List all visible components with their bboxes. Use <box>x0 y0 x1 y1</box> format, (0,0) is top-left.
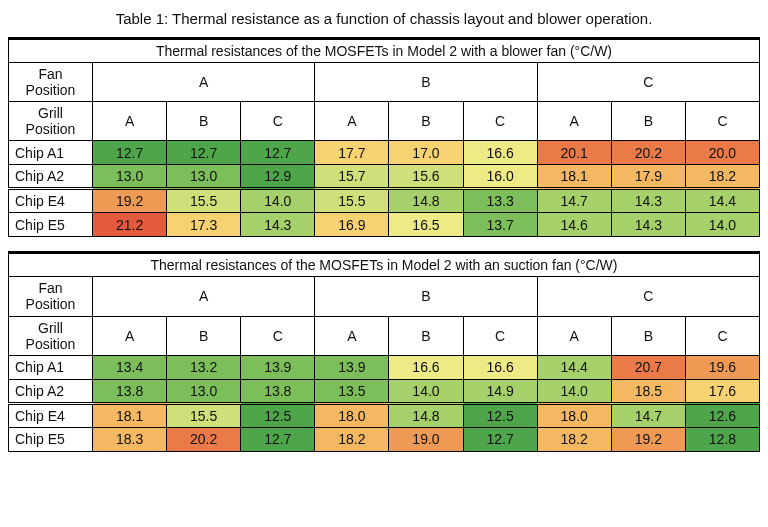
table-row: Chip E419.215.514.015.514.813.314.714.31… <box>9 189 760 213</box>
table-row: Chip E521.217.314.316.916.513.714.614.31… <box>9 213 760 237</box>
thermal-value-cell: 13.0 <box>93 165 167 189</box>
grill-position-label: GrillPosition <box>9 316 93 355</box>
thermal-value-cell: 16.9 <box>315 213 389 237</box>
fan-position-header: B <box>315 277 537 316</box>
table-caption: Table 1: Thermal resistance as a functio… <box>8 10 760 27</box>
fan-position-header: C <box>537 277 759 316</box>
thermal-table-1: Thermal resistances of the MOSFETs in Mo… <box>8 251 760 451</box>
thermal-value-cell: 16.6 <box>463 141 537 165</box>
thermal-value-cell: 16.6 <box>463 355 537 379</box>
thermal-value-cell: 12.5 <box>241 403 315 427</box>
thermal-value-cell: 13.9 <box>315 355 389 379</box>
grill-position-header: B <box>389 102 463 141</box>
thermal-value-cell: 14.4 <box>537 355 611 379</box>
table-row: Chip A112.712.712.717.717.016.620.120.22… <box>9 141 760 165</box>
grill-position-header: B <box>167 102 241 141</box>
fan-position-header: B <box>315 63 537 102</box>
grill-position-header: C <box>463 102 537 141</box>
fan-position-label: FanPosition <box>9 63 93 102</box>
thermal-value-cell: 12.7 <box>167 141 241 165</box>
chip-label: Chip A2 <box>9 165 93 189</box>
thermal-value-cell: 20.1 <box>537 141 611 165</box>
grill-position-header: A <box>315 316 389 355</box>
thermal-value-cell: 14.9 <box>463 379 537 403</box>
thermal-value-cell: 17.0 <box>389 141 463 165</box>
thermal-value-cell: 12.6 <box>685 403 759 427</box>
thermal-value-cell: 14.6 <box>537 213 611 237</box>
thermal-value-cell: 15.5 <box>167 189 241 213</box>
thermal-value-cell: 21.2 <box>93 213 167 237</box>
thermal-value-cell: 14.0 <box>685 213 759 237</box>
thermal-value-cell: 13.3 <box>463 189 537 213</box>
thermal-value-cell: 20.2 <box>167 427 241 451</box>
thermal-value-cell: 16.5 <box>389 213 463 237</box>
thermal-value-cell: 18.2 <box>315 427 389 451</box>
thermal-value-cell: 19.2 <box>611 427 685 451</box>
thermal-value-cell: 12.7 <box>241 141 315 165</box>
chip-label: Chip A2 <box>9 379 93 403</box>
table-row: Chip E518.320.212.718.219.012.718.219.21… <box>9 427 760 451</box>
thermal-value-cell: 17.6 <box>685 379 759 403</box>
grill-position-header: C <box>463 316 537 355</box>
thermal-value-cell: 20.0 <box>685 141 759 165</box>
thermal-value-cell: 12.8 <box>685 427 759 451</box>
grill-position-header: A <box>93 102 167 141</box>
thermal-value-cell: 18.1 <box>93 403 167 427</box>
thermal-value-cell: 14.7 <box>611 403 685 427</box>
thermal-value-cell: 15.7 <box>315 165 389 189</box>
grill-position-header: A <box>537 102 611 141</box>
thermal-value-cell: 19.0 <box>389 427 463 451</box>
fan-position-label: FanPosition <box>9 277 93 316</box>
thermal-value-cell: 15.5 <box>315 189 389 213</box>
chip-label: Chip A1 <box>9 355 93 379</box>
grill-position-header: C <box>685 316 759 355</box>
grill-position-header: B <box>611 102 685 141</box>
thermal-value-cell: 14.7 <box>537 189 611 213</box>
fan-position-header: A <box>93 277 315 316</box>
fan-position-header: A <box>93 63 315 102</box>
thermal-value-cell: 16.0 <box>463 165 537 189</box>
thermal-value-cell: 19.6 <box>685 355 759 379</box>
thermal-value-cell: 13.4 <box>93 355 167 379</box>
thermal-value-cell: 14.3 <box>611 189 685 213</box>
grill-position-header: C <box>241 316 315 355</box>
thermal-value-cell: 13.0 <box>167 165 241 189</box>
chip-label: Chip E4 <box>9 403 93 427</box>
thermal-value-cell: 18.0 <box>537 403 611 427</box>
thermal-value-cell: 13.2 <box>167 355 241 379</box>
thermal-value-cell: 13.7 <box>463 213 537 237</box>
table-title: Thermal resistances of the MOSFETs in Mo… <box>9 39 760 63</box>
thermal-value-cell: 19.2 <box>93 189 167 213</box>
grill-position-header: B <box>611 316 685 355</box>
thermal-value-cell: 18.1 <box>537 165 611 189</box>
grill-position-header: B <box>389 316 463 355</box>
thermal-value-cell: 18.2 <box>537 427 611 451</box>
thermal-value-cell: 16.6 <box>389 355 463 379</box>
thermal-table-0: Thermal resistances of the MOSFETs in Mo… <box>8 37 760 237</box>
thermal-value-cell: 12.7 <box>463 427 537 451</box>
grill-position-header: C <box>685 102 759 141</box>
chip-label: Chip E5 <box>9 213 93 237</box>
grill-position-header: A <box>537 316 611 355</box>
thermal-value-cell: 12.5 <box>463 403 537 427</box>
grill-position-header: B <box>167 316 241 355</box>
thermal-value-cell: 13.0 <box>167 379 241 403</box>
thermal-value-cell: 12.7 <box>241 427 315 451</box>
thermal-value-cell: 14.4 <box>685 189 759 213</box>
thermal-value-cell: 14.8 <box>389 189 463 213</box>
grill-position-header: A <box>93 316 167 355</box>
fan-position-header: C <box>537 63 759 102</box>
grill-position-header: A <box>315 102 389 141</box>
thermal-value-cell: 14.0 <box>537 379 611 403</box>
thermal-value-cell: 15.6 <box>389 165 463 189</box>
thermal-value-cell: 14.8 <box>389 403 463 427</box>
table-row: Chip A213.813.013.813.514.014.914.018.51… <box>9 379 760 403</box>
thermal-value-cell: 18.5 <box>611 379 685 403</box>
thermal-value-cell: 13.9 <box>241 355 315 379</box>
thermal-value-cell: 17.9 <box>611 165 685 189</box>
tables-container: Thermal resistances of the MOSFETs in Mo… <box>8 37 760 452</box>
table-title: Thermal resistances of the MOSFETs in Mo… <box>9 253 760 277</box>
thermal-value-cell: 14.3 <box>241 213 315 237</box>
thermal-value-cell: 18.3 <box>93 427 167 451</box>
chip-label: Chip E4 <box>9 189 93 213</box>
